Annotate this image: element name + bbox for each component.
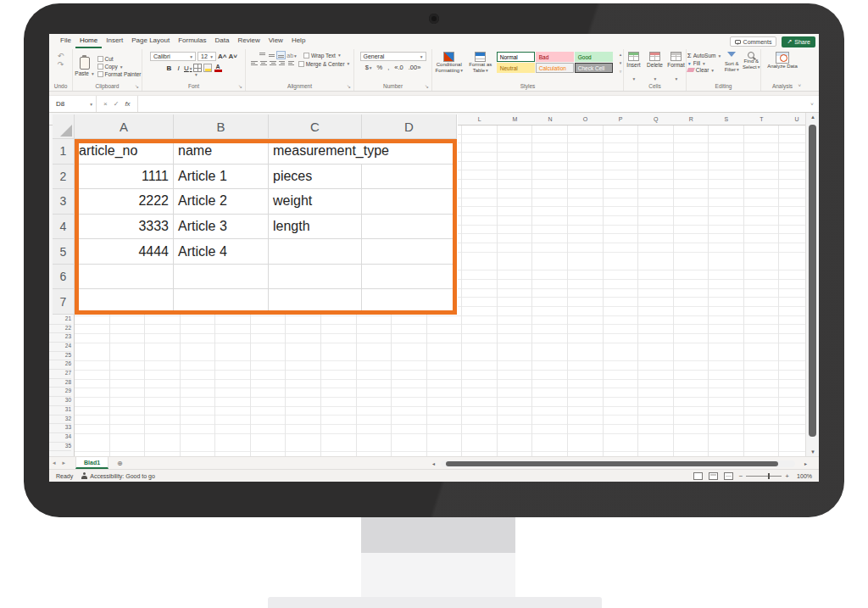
middle-align-button[interactable] — [268, 52, 275, 59]
alignment-dialog-launcher[interactable] — [347, 84, 352, 89]
cell-A7[interactable] — [75, 289, 174, 315]
style-good[interactable]: Good — [575, 52, 613, 62]
undo-button[interactable]: ↶ — [58, 52, 64, 60]
tab-insert[interactable]: Insert — [102, 35, 127, 48]
italic-button[interactable]: I — [175, 64, 182, 72]
cell-A1[interactable]: article_no — [75, 139, 174, 165]
align-left-button[interactable] — [250, 60, 258, 67]
style-neutral[interactable]: Neutral — [497, 63, 535, 73]
format-painter-button[interactable]: Format Painter — [97, 71, 142, 77]
expand-formula-bar-chevron[interactable]: ˅ — [805, 102, 819, 107]
font-dialog-launcher[interactable] — [238, 84, 243, 89]
decrease-decimal-button[interactable]: .00» — [409, 64, 421, 71]
cell-A3[interactable]: 2222 — [75, 189, 174, 215]
analyze-data-button[interactable]: Analyze Data — [765, 52, 799, 70]
cell-C2[interactable]: pieces — [269, 165, 362, 190]
font-name-select[interactable]: Calibri — [150, 52, 196, 61]
hscroll-left-icon[interactable]: ◂ — [432, 460, 435, 466]
increase-decimal-button[interactable]: «.0 — [394, 64, 403, 71]
row-header-35[interactable]: 35 — [49, 442, 71, 452]
cell-A2[interactable]: 1111 — [75, 165, 174, 190]
tab-view[interactable]: View — [264, 35, 287, 48]
tab-file[interactable]: File — [56, 35, 75, 48]
underline-button[interactable]: U — [184, 64, 192, 72]
cell-A4[interactable]: 3333 — [75, 215, 174, 240]
decrease-font-size-button[interactable]: A˅ — [229, 53, 237, 60]
tab-data[interactable]: Data — [211, 35, 234, 48]
tab-help[interactable]: Help — [287, 35, 309, 48]
orientation-button[interactable]: ab — [287, 53, 297, 59]
page-layout-view-button[interactable] — [709, 472, 718, 480]
redo-button[interactable]: ↷ — [58, 60, 64, 69]
confirm-entry-icon[interactable]: ✓ — [114, 100, 120, 108]
column-header-P[interactable]: P — [603, 113, 638, 126]
paste-button[interactable]: Paste — [74, 57, 96, 76]
cell-C3[interactable]: weight — [269, 189, 362, 215]
zoom-out-button[interactable]: − — [739, 472, 743, 480]
column-header-Q[interactable]: Q — [638, 113, 674, 126]
style-check-cell[interactable]: Check Cell — [575, 63, 613, 73]
vertical-scrollbar[interactable]: ▲ ▼ — [805, 113, 819, 456]
cell-D5[interactable] — [362, 239, 457, 265]
cell-B2[interactable]: Article 1 — [174, 165, 269, 190]
cell-B6[interactable] — [174, 265, 269, 290]
conditional-formatting-button[interactable]: Conditional Formatting — [434, 52, 465, 73]
cell-C4[interactable]: length — [269, 215, 362, 240]
fill-button[interactable]: Fill — [687, 60, 721, 66]
align-right-button[interactable] — [269, 60, 276, 67]
comma-style-button[interactable]: , — [387, 64, 389, 71]
clipboard-dialog-launcher[interactable] — [135, 84, 140, 89]
zoom-in-button[interactable]: + — [785, 472, 789, 480]
vertical-scrollbar-thumb[interactable] — [809, 125, 816, 437]
bottom-align-button[interactable] — [277, 52, 285, 59]
overlay-row-header-3[interactable]: 3 — [53, 189, 75, 215]
borders-button[interactable] — [193, 64, 202, 72]
overlay-column-header-D[interactable]: D — [362, 114, 457, 139]
zoom-level[interactable]: 100% — [795, 473, 812, 479]
cell-D4[interactable] — [362, 215, 457, 240]
name-box[interactable]: D8 — [49, 96, 97, 112]
overlay-row-header-2[interactable]: 2 — [53, 165, 75, 190]
zoom-slider[interactable] — [746, 476, 782, 477]
tab-review[interactable]: Review — [233, 35, 264, 48]
align-center-button[interactable] — [259, 60, 267, 67]
formula-input[interactable] — [138, 96, 805, 112]
insert-cells-button[interactable]: Insert — [624, 52, 643, 84]
scroll-down-icon[interactable]: ▼ — [806, 449, 819, 455]
format-as-table-button[interactable]: Format as Table — [466, 52, 495, 73]
bold-button[interactable]: B — [165, 64, 173, 72]
horizontal-scrollbar[interactable] — [441, 460, 795, 467]
collapse-ribbon-chevron[interactable]: ˅ — [798, 83, 801, 88]
column-header-M[interactable]: M — [498, 113, 533, 126]
share-button[interactable]: Share — [782, 36, 815, 47]
overlay-column-header-C[interactable]: C — [269, 114, 362, 139]
cell-C6[interactable] — [269, 265, 362, 290]
insert-function-icon[interactable]: fx — [125, 100, 130, 108]
comments-button[interactable]: Comments — [730, 36, 777, 47]
overlay-row-header-6[interactable]: 6 — [53, 265, 75, 290]
hscroll-right-icon[interactable]: ▸ — [804, 460, 807, 466]
tab-home[interactable]: Home — [75, 35, 102, 48]
accessibility-status[interactable]: Accessibility: Good to go — [81, 472, 155, 479]
cell-D3[interactable] — [362, 189, 457, 215]
cell-D7[interactable] — [362, 289, 457, 315]
copy-button[interactable]: Copy — [97, 64, 142, 70]
style-normal[interactable]: Normal — [497, 52, 535, 62]
cell-B4[interactable]: Article 3 — [174, 215, 269, 240]
overlay-row-header-1[interactable]: 1 — [53, 139, 75, 165]
column-header-R[interactable]: R — [673, 113, 709, 126]
cut-button[interactable]: Cut — [97, 56, 142, 62]
cell-C1[interactable]: measurement_type — [269, 139, 362, 165]
column-header-S[interactable]: S — [709, 113, 744, 126]
autosum-button[interactable]: ΣAutoSum — [687, 52, 721, 59]
clear-button[interactable]: Clear — [687, 67, 721, 73]
overlay-row-header-5[interactable]: 5 — [53, 239, 75, 265]
cell-A5[interactable]: 4444 — [75, 239, 174, 265]
style-gallery-scroll[interactable]: ▴▾▿ — [619, 52, 622, 74]
top-align-button[interactable] — [259, 52, 266, 59]
increase-font-size-button[interactable]: A˄ — [218, 53, 226, 60]
cell-B5[interactable]: Article 4 — [174, 239, 269, 265]
normal-view-button[interactable] — [693, 472, 703, 480]
cell-C7[interactable] — [269, 289, 362, 315]
tab-formulas[interactable]: Formulas — [174, 35, 210, 48]
